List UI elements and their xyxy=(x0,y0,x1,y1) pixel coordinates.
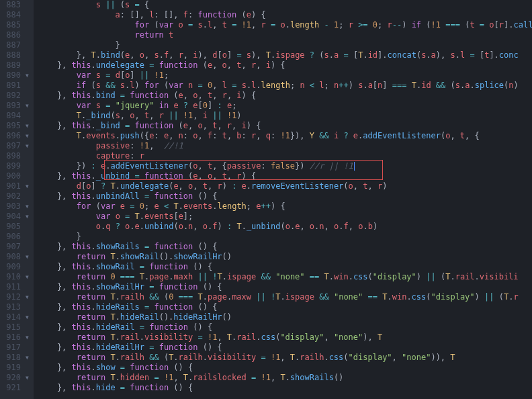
line-number[interactable]: 891 xyxy=(0,81,30,91)
line-number[interactable]: 893▾ xyxy=(0,101,30,111)
code-line[interactable]: T.events.push({e: e, n: o, f: t, b: r, q… xyxy=(38,131,532,141)
code-line[interactable]: return T.hidden = !1, T.railslocked = !1… xyxy=(38,373,532,383)
line-number[interactable]: 918▾ xyxy=(0,353,30,363)
line-number[interactable]: 900 xyxy=(0,171,30,181)
fold-arrow-icon[interactable]: ▾ xyxy=(21,292,30,302)
code-line[interactable]: } xyxy=(38,40,532,50)
code-line[interactable]: capture: r xyxy=(38,151,532,161)
fold-arrow-icon[interactable]: ▾ xyxy=(21,373,30,383)
code-line[interactable]: a: [], l: [], f: function (e) { xyxy=(38,10,532,20)
fold-arrow-icon[interactable]: ▾ xyxy=(21,131,30,141)
code-line[interactable]: passive: !1, //!1 xyxy=(38,141,532,151)
line-number[interactable]: 892 xyxy=(0,91,30,101)
line-number[interactable]: 898 xyxy=(0,151,30,161)
line-number[interactable]: 899 xyxy=(0,161,30,171)
line-number[interactable]: 897▾ xyxy=(0,141,30,151)
code-line[interactable]: return T.railh && (0 === T.page.maxw || … xyxy=(38,292,532,302)
code-line[interactable]: return T.railh && (T.railh.visibility = … xyxy=(38,353,532,363)
line-number[interactable]: 913 xyxy=(0,302,30,312)
line-number[interactable]: 896▾ xyxy=(0,131,30,141)
line-number[interactable]: 907 xyxy=(0,242,30,252)
fold-arrow-icon[interactable]: ▾ xyxy=(21,272,30,282)
line-number[interactable]: 889 xyxy=(0,60,30,71)
line-number[interactable]: 888 xyxy=(0,50,30,60)
code-line[interactable]: }, this.show = function () { xyxy=(38,363,532,373)
code-line[interactable]: }, this.bind = function (e, o, t, r, i) … xyxy=(38,91,532,101)
code-area[interactable]: s || (s = { a: [], l: [], f: function (e… xyxy=(34,0,532,399)
line-number[interactable]: 914▾ xyxy=(0,312,30,322)
code-line[interactable]: var o = T.events[e]; xyxy=(38,212,532,222)
code-line[interactable]: } xyxy=(38,232,532,242)
code-line[interactable]: var s = "jquery" in e ? e[0] : e; xyxy=(38,101,532,111)
line-number[interactable]: 901▾ xyxy=(0,181,30,191)
code-line[interactable]: if (s && s.l) for (var n = 0, l = s.l.le… xyxy=(38,81,532,91)
code-line[interactable]: }, this.unbindAll = function () { xyxy=(38,191,532,202)
line-number[interactable]: 887 xyxy=(0,40,30,50)
code-line[interactable]: }, this.undelegate = function (e, o, t, … xyxy=(38,60,532,71)
fold-arrow-icon[interactable]: ▾ xyxy=(21,312,30,322)
line-number[interactable]: 909 xyxy=(0,262,30,272)
fold-arrow-icon[interactable]: ▾ xyxy=(21,332,30,343)
fold-arrow-icon[interactable]: ▾ xyxy=(21,212,30,222)
line-number[interactable]: 906 xyxy=(0,232,30,242)
line-number[interactable]: 916▾ xyxy=(0,332,30,343)
code-line[interactable]: }, this.hideRail = function () { xyxy=(38,322,532,332)
fold-arrow-icon[interactable]: ▾ xyxy=(21,141,30,151)
line-number[interactable]: 910▾ xyxy=(0,272,30,282)
code-line[interactable]: }, this.hide = function () { xyxy=(38,383,532,393)
line-number[interactable]: 908▾ xyxy=(0,252,30,262)
code-line[interactable]: }, this.showRailHr = function () { xyxy=(38,282,532,292)
line-number[interactable]: 919 xyxy=(0,363,30,373)
code-line[interactable]: }) : e.addEventListener(o, t, {passive: … xyxy=(38,161,532,171)
line-number[interactable]: 917 xyxy=(0,343,30,353)
line-number[interactable]: 903▾ xyxy=(0,202,30,212)
code-line[interactable]: return T.rail.visibility = !1, T.rail.cs… xyxy=(38,332,532,343)
line-number[interactable]: 902 xyxy=(0,191,30,202)
line-number[interactable]: 885 xyxy=(0,20,30,30)
code-editor[interactable]: 883884885886887888889890▾891892893▾89489… xyxy=(0,0,532,399)
line-number[interactable]: 883 xyxy=(0,0,30,10)
code-line[interactable]: }, this._unbind = function (e, o, t, r) … xyxy=(38,171,532,181)
code-line[interactable]: }, this.showRail = function () { xyxy=(38,262,532,272)
code-line[interactable]: }, this._bind = function (e, o, t, r, i)… xyxy=(38,121,532,131)
code-line[interactable]: var s = d[o] || !1; xyxy=(38,71,532,81)
code-line[interactable]: d[o] ? T.undelegate(e, o, t, r) : e.remo… xyxy=(38,181,532,191)
line-number[interactable]: 911 xyxy=(0,282,30,292)
line-number[interactable]: 886 xyxy=(0,30,30,40)
line-number[interactable]: 920▾ xyxy=(0,373,30,383)
code-line[interactable]: return T.hideRail().hideRailHr() xyxy=(38,312,532,322)
line-number[interactable]: 904▾ xyxy=(0,212,30,222)
line-number[interactable]: 895▾ xyxy=(0,121,30,131)
code-line[interactable]: return t xyxy=(38,30,532,40)
line-number[interactable]: 890▾ xyxy=(0,71,30,81)
fold-arrow-icon[interactable]: ▾ xyxy=(21,121,30,131)
code-line[interactable]: s || (s = { xyxy=(38,0,532,10)
line-number[interactable]: 921 xyxy=(0,383,30,393)
line-number[interactable]: 915 xyxy=(0,322,30,332)
fold-arrow-icon[interactable]: ▾ xyxy=(21,71,30,81)
code-line[interactable]: }, T.bind(e, o, s.f, r, i), d[o] = s), T… xyxy=(38,50,532,60)
fold-arrow-icon[interactable]: ▾ xyxy=(21,353,30,363)
fold-arrow-icon[interactable]: ▾ xyxy=(21,101,30,111)
code-line[interactable]: }, this.showRails = function () { xyxy=(38,242,532,252)
line-number[interactable]: 905 xyxy=(0,222,30,232)
code-line[interactable]: }, this.hideRails = function () { xyxy=(38,302,532,312)
code-line[interactable]: return T.showRail().showRailHr() xyxy=(38,252,532,262)
line-number[interactable]: 894 xyxy=(0,111,30,121)
code-line[interactable]: return 0 === T.page.maxh || !T.ispage &&… xyxy=(38,272,532,282)
code-line[interactable]: }, this.hideRailHr = function () { xyxy=(38,343,532,353)
code-line[interactable]: T._bind(s, o, t, r || !1, i || !1) xyxy=(38,111,532,121)
fold-arrow-icon[interactable]: ▾ xyxy=(21,181,30,191)
fold-arrow-icon[interactable]: ▾ xyxy=(21,202,30,212)
fold-arrow-icon[interactable]: ▾ xyxy=(21,252,30,262)
code-line[interactable]: for (var o = s.l, t = !1, r = o.length -… xyxy=(38,20,532,30)
code-line[interactable]: o.q ? o.e.unbind(o.n, o.f) : T._unbind(o… xyxy=(38,222,532,232)
code-line[interactable]: for (var e = 0; e < T.events.length; e++… xyxy=(38,202,532,212)
line-number[interactable]: 884 xyxy=(0,10,30,20)
line-number[interactable]: 912▾ xyxy=(0,292,30,302)
line-number-gutter[interactable]: 883884885886887888889890▾891892893▾89489… xyxy=(0,0,34,399)
